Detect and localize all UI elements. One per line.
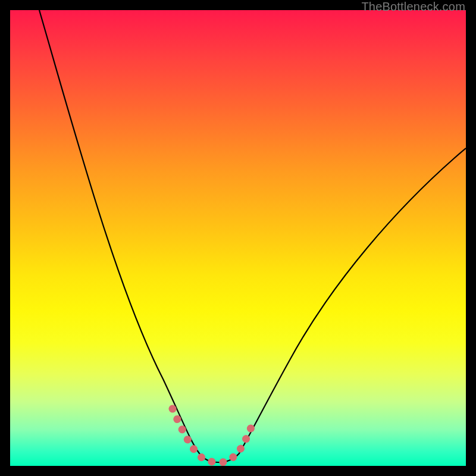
watermark-text: TheBottleneck.com xyxy=(361,0,465,14)
bottleneck-curve-path xyxy=(39,10,466,462)
optimal-region-path xyxy=(173,409,254,462)
bottleneck-chart-svg xyxy=(10,10,466,466)
chart-plot-area xyxy=(10,10,466,466)
